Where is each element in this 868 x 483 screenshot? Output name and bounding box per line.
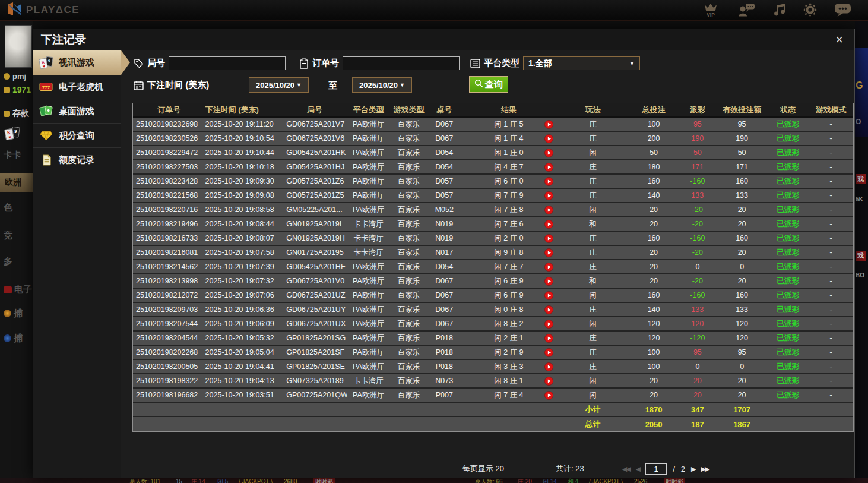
play-replay-icon[interactable] [544, 277, 553, 286]
play-replay-icon[interactable] [544, 291, 553, 300]
play-replay-icon[interactable] [544, 234, 553, 243]
brand-logo: PLAYΔCE [7, 2, 80, 18]
result-text: 闲 7 庄 8 [494, 205, 523, 215]
right-strip-fragment: 戏 [856, 174, 866, 184]
bottom-strip-fragment: 总人数: 66 [475, 478, 503, 483]
cell-time: 2025-10-20 19:07:06 [205, 289, 283, 302]
cell-order: 251020198202268 [133, 346, 205, 359]
play-replay-icon[interactable] [544, 348, 553, 357]
cell-payout: 133 [679, 303, 717, 316]
play-replay-icon[interactable] [544, 134, 553, 143]
order-number-input[interactable] [343, 56, 460, 70]
sidebar-tab-points-inquiry[interactable]: 积分查询 [33, 124, 121, 148]
cell-platform: PA欧洲厅 [347, 203, 390, 216]
platform-type-dropdown[interactable]: 1.全部 ▼ [523, 56, 640, 70]
play-replay-icon[interactable] [544, 377, 553, 386]
result-text: 闲 1 庄 0 [494, 148, 523, 158]
prev-page-icon[interactable]: ◀ [636, 465, 639, 473]
play-replay-icon[interactable] [544, 334, 553, 343]
play-replay-icon[interactable] [544, 149, 553, 157]
bottom-strip-fragment: 和 4 [568, 478, 578, 483]
customer-service-icon[interactable] [737, 2, 756, 17]
play-replay-icon[interactable] [544, 391, 553, 400]
play-replay-icon[interactable] [544, 177, 553, 186]
first-page-icon[interactable]: ◀◀ [622, 465, 630, 473]
platform-type-label: 平台类型 [484, 58, 519, 69]
date-from-picker[interactable]: 2025/10/20 ▼ [249, 77, 309, 93]
cell-game-mode: - [809, 360, 853, 373]
grand-total-row: 总计20501871867 [133, 417, 853, 431]
round-number-input[interactable] [169, 56, 286, 70]
sidebar-tab-slot-machines[interactable]: 777电子老虎机 [33, 75, 121, 99]
cell-game-mode: - [809, 303, 853, 316]
cell-game-type: 百家乐 [390, 389, 428, 402]
cell-platform: PA欧洲厅 [347, 175, 390, 188]
background-menu-europe: 欧洲 [0, 173, 33, 192]
cell-time: 2025-10-20 19:08:44 [205, 217, 283, 231]
cell-total-bet: 20 [629, 260, 679, 273]
table-row: 2510201982194962025-10-20 19:08:44GN0192… [133, 217, 853, 232]
cell-bet-side: 庄 [557, 332, 629, 345]
cell-platform: 卡卡湾厅 [347, 232, 390, 245]
filters: 局号 订单号 平台类型 1.全部 [121, 50, 854, 103]
cell-bet-side: 庄 [557, 132, 629, 145]
play-replay-icon[interactable] [544, 220, 553, 229]
table-row: 2510201982097032025-10-20 19:06:36GD0672… [133, 303, 853, 317]
play-replay-icon[interactable] [544, 163, 553, 172]
cell-total-bet: 50 [629, 146, 679, 159]
table-row: 2510201981983222025-10-20 19:04:13GN0732… [133, 374, 853, 389]
cell-round: GP00725A201QW [282, 389, 347, 402]
settings-gear-icon[interactable] [803, 2, 818, 17]
cell-game-type: 百家乐 [390, 146, 428, 159]
cell-valid-bet: 20 [717, 374, 768, 387]
date-to-value: 2025/10/20 [359, 81, 398, 90]
header-time: 下注时间 (美东) [205, 103, 283, 116]
bottom-strip-fragment: 2680 [284, 478, 297, 483]
play-replay-icon[interactable] [544, 191, 553, 200]
next-page-icon[interactable]: ▶ [691, 465, 695, 473]
header-valid-bet: 有效投注额 [717, 103, 768, 116]
cell-bet-side: 闲 [557, 203, 629, 216]
sidebar-tab-table-games[interactable]: 桌面游戏 [33, 99, 121, 124]
cell-result: 闲 8 庄 2 [461, 317, 556, 330]
cell-payout: -160 [679, 175, 717, 188]
cell-platform: 卡卡湾厅 [347, 217, 390, 231]
play-replay-icon[interactable] [544, 320, 553, 329]
cell-round: GN01725A20195 [282, 246, 347, 259]
cell-payout: -120 [679, 332, 717, 345]
play-replay-icon[interactable] [544, 362, 553, 371]
play-replay-icon[interactable] [544, 263, 553, 272]
music-icon[interactable] [772, 2, 786, 17]
round-number-label: 局号 [147, 58, 165, 69]
table-row: 2510201982120722025-10-20 19:07:06GD0672… [133, 289, 853, 303]
play-replay-icon[interactable] [544, 206, 553, 214]
last-page-icon[interactable]: ▶▶ [701, 465, 708, 473]
cell-platform: PA欧洲厅 [347, 260, 390, 273]
cell-valid-bet: 20 [717, 389, 768, 402]
play-replay-icon[interactable] [544, 305, 553, 314]
cell-round: GD06725A201UZ [282, 289, 347, 302]
sidebar-tab-credit-records[interactable]: 额度记录 [33, 148, 121, 172]
close-icon[interactable]: × [832, 34, 847, 46]
cell-table-no: D067 [427, 289, 461, 302]
cell-game-type: 百家乐 [390, 118, 428, 131]
cell-time: 2025-10-20 19:09:30 [205, 175, 283, 188]
cards-red-icon: 9K♥ [39, 56, 54, 70]
page-number-input[interactable] [645, 463, 667, 475]
cell-order: 251020198207544 [133, 317, 205, 330]
play-replay-icon[interactable] [544, 120, 553, 129]
search-button[interactable]: 查询 [469, 76, 508, 93]
cell-platform: PA欧洲厅 [347, 160, 390, 173]
sidebar-tab-video-games[interactable]: 9K♥视讯游戏 [33, 50, 121, 75]
chat-bubble-icon[interactable] [834, 2, 851, 17]
cell-total-bet: 160 [629, 289, 679, 302]
cell-total-bet: 100 [629, 360, 679, 373]
cell-payout: 120 [679, 317, 717, 330]
date-to-picker[interactable]: 2025/10/20 ▼ [352, 77, 412, 93]
vip-icon[interactable]: VIP [701, 2, 721, 18]
cell-time: 2025-10-20 19:07:32 [205, 274, 283, 288]
cell-game-type: 百家乐 [390, 203, 428, 216]
cell-status: 已派彩 [767, 175, 809, 188]
play-replay-icon[interactable] [544, 248, 553, 257]
cell-table-no: N019 [427, 217, 461, 231]
